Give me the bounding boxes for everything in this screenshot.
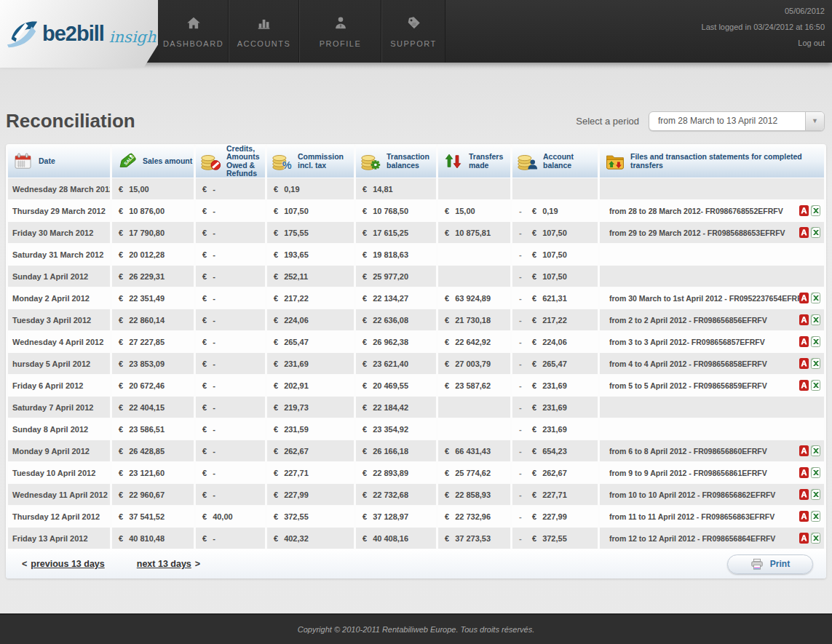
currency-symbol: € <box>119 185 123 194</box>
pdf-icon[interactable] <box>799 358 809 369</box>
amount-value: 37 273,53 <box>455 534 491 543</box>
print-button[interactable]: Print <box>727 554 813 574</box>
sales-amount-cell: €26 229,31 <box>112 266 194 287</box>
excel-icon[interactable] <box>811 293 820 303</box>
currency-symbol: € <box>119 250 123 259</box>
date-cell: Thursday 29 March 2012 <box>8 200 110 221</box>
currency-symbol: € <box>362 469 367 477</box>
pdf-icon[interactable] <box>799 205 809 216</box>
currency-symbol: € <box>274 272 278 281</box>
pdf-icon[interactable] <box>799 336 809 347</box>
currency-symbol: € <box>362 359 367 368</box>
excel-icon[interactable] <box>811 489 820 500</box>
pdf-icon[interactable] <box>799 293 809 303</box>
currency-symbol: € <box>362 228 367 237</box>
last-logged-text: Last logged in 03/24/2012 at 16:50 <box>702 23 825 31</box>
file-download-icons <box>799 314 820 325</box>
excel-icon[interactable] <box>811 467 820 478</box>
excel-icon[interactable] <box>811 336 820 347</box>
currency-symbol: € <box>362 338 367 346</box>
pdf-icon[interactable] <box>799 511 809 522</box>
currency-symbol: € <box>274 381 278 390</box>
commission-cell: €202,91 <box>267 375 354 396</box>
previous-13-days-link[interactable]: < previous 13 days <box>22 559 105 569</box>
date-cell: Wednesday 4 April 2012 <box>8 331 110 352</box>
amount-value: 224,06 <box>284 316 309 325</box>
amount-value: 37 128,97 <box>373 512 408 521</box>
pdf-icon[interactable] <box>799 467 809 478</box>
currency-symbol: € <box>202 338 207 346</box>
nav-item-label: SUPPORT <box>390 39 436 48</box>
currency-symbol: € <box>202 272 207 281</box>
be2bill-logo[interactable]: be2bill insight <box>0 0 158 68</box>
excel-icon[interactable] <box>811 533 820 544</box>
amount-value: 224,06 <box>542 338 567 346</box>
nav-item-dashboard[interactable]: DASHBOARD <box>159 0 229 63</box>
logout-link[interactable]: Log out <box>702 39 825 47</box>
currency-symbol: € <box>202 534 207 543</box>
file-statement-cell: from 3 to 3 April 2012- FR098656857EFRFV <box>600 331 824 352</box>
brand-sub-name: insight <box>109 23 162 46</box>
pdf-icon[interactable] <box>799 227 809 238</box>
file-statement-label: from 10 to 10 April 2012 - FR098656862EF… <box>609 490 799 499</box>
period-dropdown[interactable]: from 28 March to 13 April 2012 ▼ <box>649 111 825 131</box>
sales-amount-cell: €23 853,09 <box>112 353 194 374</box>
amount-value: 227,99 <box>542 512 567 521</box>
commission-cell: €262,67 <box>267 440 354 461</box>
transaction-balance-cell: €26 962,38 <box>356 331 436 352</box>
excel-icon[interactable] <box>811 205 820 216</box>
excel-icon[interactable] <box>811 314 820 325</box>
excel-icon[interactable] <box>811 380 820 391</box>
negative-sign: - <box>519 534 526 543</box>
currency-symbol: € <box>362 316 367 325</box>
next-13-days-link[interactable]: next 13 days > <box>137 559 200 569</box>
nav-item-support[interactable]: SUPPORT <box>381 0 445 63</box>
copyright-text: Copyright © 2010-2011 Rentabiliweb Europ… <box>298 625 534 634</box>
pdf-icon[interactable] <box>799 445 809 456</box>
nav-item-accounts[interactable]: ACCOUNTS <box>229 0 299 63</box>
currency-symbol: € <box>445 359 449 368</box>
pdf-icon[interactable] <box>799 314 809 325</box>
currency-symbol: € <box>202 512 207 521</box>
sales-amount-cell: €27 227,85 <box>112 331 194 352</box>
date-cell: Friday 30 March 2012 <box>8 222 110 243</box>
chevron-down-icon[interactable]: ▼ <box>805 112 824 130</box>
sales-amount-cell: €23 586,51 <box>112 418 194 440</box>
currency-symbol: € <box>202 359 207 368</box>
credits-refunds-cell: €- <box>196 418 265 440</box>
pdf-icon[interactable] <box>799 533 809 544</box>
sales-amount-cell: €22 404,15 <box>112 397 194 418</box>
excel-icon[interactable] <box>811 511 820 522</box>
sales-amount-cell: €22 860,14 <box>112 309 194 330</box>
pdf-icon[interactable] <box>799 489 809 500</box>
file-statement-label: from 30 March to 1st April 2012 - FR0952… <box>609 294 799 303</box>
amount-value: 22 134,27 <box>373 294 408 303</box>
amount-value: 265,47 <box>542 359 567 368</box>
excel-icon[interactable] <box>811 445 820 456</box>
column-header-label: Commission incl. tax <box>298 153 354 170</box>
amount-value: 227,71 <box>284 469 309 477</box>
main-nav: DASHBOARDACCOUNTSPROFILESUPPORT <box>159 0 445 63</box>
transfers-made-cell <box>438 418 510 440</box>
currency-symbol: € <box>119 294 123 303</box>
currency-symbol: € <box>532 403 536 412</box>
excel-icon[interactable] <box>811 358 820 369</box>
transaction-balance-cell: €37 128,97 <box>356 506 436 527</box>
currency-symbol: € <box>532 207 536 215</box>
currency-symbol: € <box>445 534 449 543</box>
date-cell: Thursday 12 April 2012 <box>8 506 110 527</box>
currency-symbol: € <box>445 447 449 456</box>
amount-value: 265,47 <box>284 338 309 346</box>
table-row: Monday 9 April 2012€26 428,85€-€262,67€2… <box>8 440 824 461</box>
excel-icon[interactable] <box>811 227 820 238</box>
amount-value: 231,69 <box>542 403 567 412</box>
nav-item-profile[interactable]: PROFILE <box>299 0 381 63</box>
transfer-arrows-icon <box>443 151 464 172</box>
negative-sign: - <box>519 228 526 237</box>
file-download-icons <box>799 467 820 478</box>
amount-value: 217,22 <box>284 294 309 303</box>
transaction-balance-cell: €19 818,63 <box>356 244 436 265</box>
currency-symbol: € <box>445 469 449 477</box>
pdf-icon[interactable] <box>799 380 809 391</box>
negative-sign: - <box>519 207 526 215</box>
